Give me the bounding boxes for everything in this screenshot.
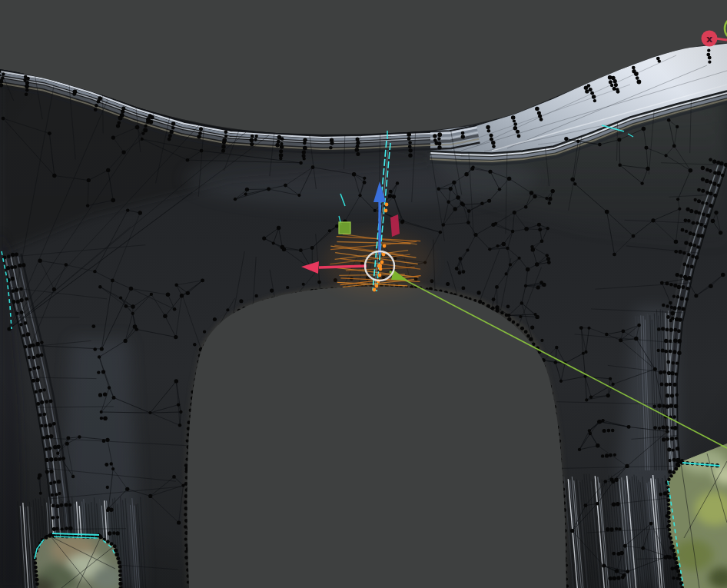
vertex-dot[interactable] [118,582,122,586]
selected-vertex[interactable] [380,261,384,264]
gizmo-plane-handle-red[interactable] [390,214,400,237]
vertex-dot[interactable] [676,463,680,467]
vertex-dot[interactable] [116,556,120,560]
vertex-dot[interactable] [106,540,110,543]
vertex-dot[interactable] [672,549,676,553]
vertex-dot[interactable] [675,561,679,565]
vertex-dot[interactable] [667,515,670,518]
selected-vertex[interactable] [384,209,388,213]
vertex-dot[interactable] [667,520,670,523]
vertex-dot[interactable] [667,523,671,527]
vertex-dot[interactable] [118,570,122,573]
selected-vertex[interactable] [378,274,382,277]
vertex-dot[interactable] [666,498,670,502]
gizmo-plane-handle-green[interactable] [339,222,350,234]
vertex-dot[interactable] [667,511,671,515]
vertex-dot[interactable] [61,534,65,538]
vertex-dot[interactable] [34,566,38,570]
vertex-dot[interactable] [35,582,39,586]
vertex-dot[interactable] [35,570,38,573]
vertex-dot[interactable] [34,561,37,564]
vertex-dot[interactable] [35,574,38,577]
vertex-dot[interactable] [99,536,103,540]
vertex-dot[interactable] [118,578,122,582]
vertex-dot[interactable] [115,553,119,556]
vertex-dot[interactable] [672,553,676,556]
vertex-dot[interactable] [118,565,122,569]
vertex-dot[interactable] [118,573,121,576]
vertex-dot[interactable] [45,536,48,539]
vertex-dot[interactable] [668,528,671,531]
vertex-dot[interactable] [669,533,672,536]
vertex-dot[interactable] [113,544,117,548]
vertex-dot[interactable] [667,478,670,481]
selected-vertex[interactable] [383,244,387,248]
nav-x-axis-label: x [706,33,712,45]
vertex-dot[interactable] [673,556,677,560]
gizmo-x-axis-handle[interactable] [319,266,367,267]
vertex-dot[interactable] [669,537,672,540]
vertex-dot[interactable] [669,474,672,477]
vertex-dot[interactable] [48,534,52,538]
vertex-dot[interactable] [672,470,676,474]
vertex-dot[interactable] [52,534,56,538]
vertex-dot[interactable] [671,544,675,548]
vertex-dot[interactable] [667,503,670,506]
vertex-dot[interactable] [35,578,39,582]
viewport-canvas[interactable]: x [0,0,727,588]
blender-3d-viewport[interactable]: x [0,0,727,588]
vertex-dot[interactable] [676,565,679,569]
vertex-dot[interactable] [670,540,673,543]
vertex-dot[interactable] [674,467,678,471]
vertex-dot[interactable] [110,542,114,546]
vertex-dot[interactable] [118,560,121,564]
selected-vertex[interactable] [385,203,389,207]
selected-vertex[interactable] [377,264,382,268]
vertex-dot[interactable] [676,569,680,573]
vertex-dot[interactable] [667,507,671,510]
selected-vertex[interactable] [375,284,379,288]
vertex-dot[interactable] [65,534,68,538]
vertex-dot[interactable] [114,549,118,553]
selected-vertex[interactable] [373,288,377,292]
